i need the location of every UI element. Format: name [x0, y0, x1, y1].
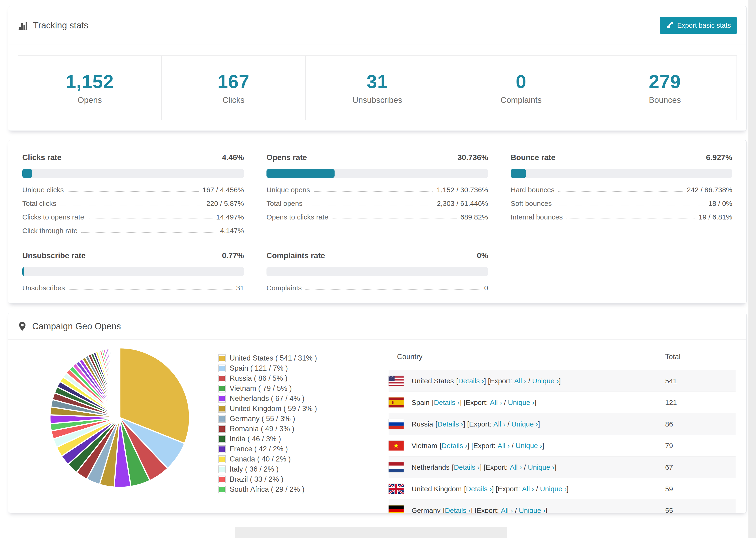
rate-detail-row: Hard bounces242 / 86.738%: [511, 186, 732, 194]
rate-row-label: Internal bounces: [511, 213, 563, 221]
bar-chart-icon: [18, 21, 28, 31]
rate-detail-row: Opens to clicks rate689.82%: [266, 213, 488, 221]
rate-row-value: 4.147%: [220, 227, 244, 235]
export-unique-link[interactable]: Unique ›: [508, 399, 534, 406]
export-button-label: Export basic stats: [677, 22, 731, 29]
legend-label: Russia ( 86 / 5% ): [230, 374, 287, 383]
total-cell: 67: [665, 463, 735, 471]
geo-legend: United States ( 541 / 31% )Spain ( 121 /…: [212, 340, 363, 513]
geo-table: Country Total United States[Details ›] […: [389, 340, 735, 513]
details-link[interactable]: Details ›: [434, 399, 460, 406]
rate-row-value: 31: [236, 284, 244, 292]
rate-row-label: Complaints: [266, 284, 302, 292]
geo-content: United States ( 541 / 31% )Spain ( 121 /…: [8, 340, 746, 513]
legend-label: Canada ( 40 / 2% ): [230, 455, 291, 463]
bracket: ]: [567, 485, 568, 493]
slash: /: [506, 420, 512, 428]
export-all-link[interactable]: All ›: [514, 377, 526, 385]
bracket: [: [436, 420, 437, 428]
rate-rows: Complaints0: [266, 284, 488, 292]
dashboard-page: Tracking stats Export basic stats 1,152O…: [0, 0, 756, 538]
export-prefix: Export:: [465, 399, 490, 406]
country-cell: Netherlands[Details ›] [Export: All › / …: [389, 462, 665, 472]
stat-value: 1,152: [66, 71, 114, 92]
total-cell: 79: [665, 442, 735, 450]
export-all-link[interactable]: All ›: [498, 442, 510, 450]
details-link[interactable]: Details ›: [437, 420, 463, 428]
slash: /: [534, 485, 540, 493]
page-scrollbar[interactable]: [748, 0, 756, 538]
details-link[interactable]: Details ›: [454, 463, 480, 471]
campaign-geo-opens-card: Campaign Geo Opens United States ( 541 /…: [8, 313, 747, 513]
export-unique-link[interactable]: Unique ›: [515, 442, 542, 450]
legend-label: United Kingdom ( 59 / 3% ): [230, 404, 317, 413]
details-link[interactable]: Details ›: [466, 485, 492, 493]
legend-swatch: [218, 435, 226, 443]
country-cell: United States[Details ›] [Export: All › …: [389, 376, 665, 386]
rate-row-label: Unique clicks: [22, 186, 64, 194]
column-header-country: Country: [397, 352, 665, 361]
export-unique-link[interactable]: Unique ›: [519, 507, 545, 513]
dotted-leader: [60, 205, 203, 205]
details-link[interactable]: Details ›: [445, 507, 471, 513]
dotted-leader: [68, 191, 199, 192]
export-all-link[interactable]: All ›: [510, 463, 522, 471]
export-prefix: Export:: [473, 442, 498, 450]
rate-head: Bounce rate6.927%: [511, 153, 732, 162]
rate-rows: Unsubscribes31: [22, 284, 244, 292]
rate-head: Unsubscribe rate0.77%: [22, 251, 244, 260]
rate-value: 4.46%: [222, 153, 244, 162]
bracket: ] [: [492, 485, 498, 493]
progress-bar-fill: [22, 267, 24, 276]
country-name: United Kingdom: [411, 485, 461, 493]
stat-value: 0: [516, 71, 527, 92]
country-name: Germany: [411, 507, 441, 513]
bracket: ] [: [484, 377, 490, 385]
dotted-leader: [556, 205, 705, 205]
legend-swatch: [218, 456, 226, 463]
export-unique-link[interactable]: Unique ›: [532, 377, 559, 385]
rate-row-label: Unique opens: [266, 186, 310, 194]
country-name: Russia: [411, 420, 433, 428]
legend-swatch: [218, 405, 226, 413]
export-unique-link[interactable]: Unique ›: [512, 420, 538, 428]
bracket: [: [440, 442, 442, 450]
bracket: ] [: [480, 463, 486, 471]
export-prefix: Export:: [498, 485, 522, 493]
legend-label: Brazil ( 33 / 2% ): [230, 475, 283, 484]
rate-detail-row: Unsubscribes31: [22, 284, 244, 292]
progress-bar-fill: [22, 169, 32, 178]
legend-swatch: [218, 364, 226, 372]
rate-detail-row: Total clicks220 / 5.87%: [22, 199, 244, 207]
legend-swatch: [218, 486, 226, 493]
legend-swatch: [218, 354, 226, 362]
legend-label: Netherlands ( 67 / 4% ): [230, 394, 304, 403]
dotted-leader: [81, 232, 216, 233]
dotted-leader: [567, 219, 695, 219]
stat-label: Opens: [78, 95, 102, 105]
geo-row-russia: Russia[Details ›] [Export: All › / Uniqu…: [389, 413, 735, 435]
details-link[interactable]: Details ›: [442, 442, 467, 450]
export-all-link[interactable]: All ›: [501, 507, 513, 513]
bracket: ] [: [463, 420, 469, 428]
details-link[interactable]: Details ›: [458, 377, 484, 385]
export-basic-stats-button[interactable]: Export basic stats: [660, 17, 737, 34]
export-prefix: Export:: [477, 507, 501, 513]
export-prefix: Export:: [486, 463, 510, 471]
export-unique-link[interactable]: Unique ›: [540, 485, 567, 493]
total-cell: 121: [665, 399, 735, 406]
export-all-link[interactable]: All ›: [490, 399, 502, 406]
rate-value: 0.77%: [222, 251, 244, 260]
legend-item-brazil: Brazil ( 33 / 2% ): [218, 475, 363, 484]
legend-item-italy: Italy ( 36 / 2% ): [218, 465, 363, 473]
export-all-link[interactable]: All ›: [522, 485, 534, 493]
rate-value: 0%: [477, 251, 488, 260]
geo-section-title: Campaign Geo Opens: [32, 321, 121, 331]
export-all-link[interactable]: All ›: [493, 420, 506, 428]
export-unique-link[interactable]: Unique ›: [528, 463, 554, 471]
flag-nl-icon: [389, 462, 404, 472]
opens-rate-block: Opens rate30.736%Unique opens1,152 / 30.…: [266, 153, 488, 235]
progress-bar-track: [22, 267, 244, 276]
legend-label: South Africa ( 29 / 2% ): [230, 485, 304, 494]
export-icon: [666, 21, 674, 30]
